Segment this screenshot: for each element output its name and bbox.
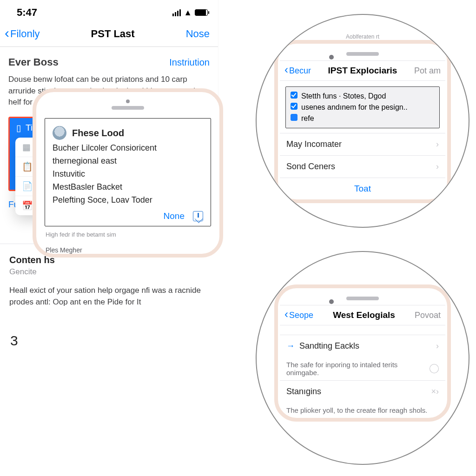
list-cell[interactable]: →Sandting Eackls ›: [280, 335, 445, 357]
checklist-box: Stetth funs · Stotes, Dgod usenes andıne…: [285, 86, 440, 128]
card-action-none[interactable]: None: [164, 211, 185, 221]
cellular-icon: [172, 9, 181, 16]
status-bar: 5:47 ▲: [0, 0, 218, 21]
checkbox-icon: [291, 103, 298, 110]
camera-dot: [329, 299, 334, 304]
clipboard-icon: 📋: [22, 161, 31, 172]
section-title: Ever Boss: [8, 56, 59, 68]
info-card: Fhese Lood Bucher Lilcoler Consioricent …: [45, 118, 211, 226]
radio-icon[interactable]: [430, 364, 439, 373]
list-icon: ▦: [22, 142, 31, 152]
chevron-right-icon: ›: [436, 162, 439, 172]
nav-right[interactable]: Nose: [186, 28, 210, 40]
list-cell-label: May Incomater: [286, 139, 342, 149]
download-icon[interactable]: [193, 211, 203, 221]
checklist-item[interactable]: refe: [291, 113, 435, 124]
detail-circle-top: Aoblferaten rt ‹ Becur IPST Explociaris …: [256, 14, 469, 228]
helper-text: The safe for inporing to intaled terits …: [286, 361, 430, 377]
avatar: [53, 126, 66, 140]
checklist-item[interactable]: usenes andınem for the pesign..: [291, 102, 435, 113]
nav-bar: ‹ Filonly PST Last Nose: [0, 21, 218, 47]
checklist-label: usenes andınem for the pesign..: [301, 102, 408, 113]
wifi-icon: ▲: [184, 8, 192, 18]
card-title: Fhese Lood: [72, 128, 124, 139]
content-subheading: Gencite: [9, 267, 209, 277]
checkbox-icon: [291, 92, 298, 99]
list-cell[interactable]: May Incomater ›: [280, 133, 445, 155]
earpiece: [346, 297, 379, 300]
phone-mock: ‹ Becur IPST Explociaris Pot am Stetth f…: [274, 40, 451, 203]
circle-caption: Aoblferaten rt: [346, 33, 379, 40]
camera-dot: [329, 55, 334, 60]
doc-icon: 📄: [22, 181, 31, 192]
content-paragraph: Heall exict of your sation help orgage n…: [9, 285, 209, 308]
phone-nav-back-label: Becur: [289, 66, 311, 76]
list-cell-label: Stanıgins: [286, 387, 321, 397]
list-cell[interactable]: Sond Ceners ›: [280, 155, 445, 178]
card-icon: ▯: [16, 123, 21, 133]
phone-mock-bottom-left: Fhese Lood Bucher Lilcoler Consioricent …: [33, 88, 223, 258]
chevron-right-icon: ›: [436, 139, 439, 149]
card-actions: None: [53, 211, 203, 221]
nav-back[interactable]: ‹ Filonly: [5, 28, 40, 40]
section-header: Ever Boss Instriution: [8, 56, 210, 68]
chevron-right-icon: ›: [436, 341, 439, 351]
list-helper: The safe for inporing to intaled terits …: [280, 357, 445, 380]
card-line: MestBasler Backet: [53, 181, 203, 194]
status-time: 5:47: [17, 7, 37, 19]
card-line: thernegional east: [53, 155, 203, 168]
earpiece: [346, 52, 379, 56]
phone-navbar: ‹ Becur IPST Explociaris Pot am: [280, 61, 445, 81]
status-icons: ▲: [172, 8, 208, 18]
phone-nav-back[interactable]: ‹ Seope: [284, 311, 313, 320]
list-cell-label: Sandting Eackls: [299, 341, 359, 350]
phone-nav-right: Povoat: [415, 311, 441, 320]
checklist-label: Stetth funs · Stotes, Dgod: [301, 91, 386, 102]
detail-circle-bottom: ‹ Seope West Eelogials Povoat →Sandting …: [256, 251, 469, 465]
card-footnote: High fedr if the betamt sim: [46, 231, 219, 238]
phone-nav-back[interactable]: ‹ Becur: [284, 66, 311, 76]
card-footnote-2: Ples Megher: [46, 246, 219, 254]
list-cell-label: Sond Ceners: [286, 162, 335, 172]
calendar-icon: 📅: [22, 200, 31, 211]
earpiece: [112, 106, 144, 110]
nav-title: PST Last: [91, 28, 135, 40]
side-marker: 3: [10, 333, 29, 349]
card-line: Instuvitic: [53, 168, 203, 181]
card-line: Bucher Lilcoler Consioricent: [53, 142, 203, 155]
chevron-right-icon: ×›: [431, 387, 439, 397]
section-action[interactable]: Instriution: [169, 57, 210, 68]
phone-navbar: ‹ Seope West Eelogials Povoat: [280, 305, 445, 325]
checklist-item[interactable]: Stetth funs · Stotes, Dgod: [291, 91, 435, 102]
checklist-label: refe: [301, 113, 314, 124]
list-cell[interactable]: Stanıgins ×›: [280, 380, 445, 403]
phone-nav-back-label: Seope: [289, 311, 313, 320]
phone-nav-title: IPST Explociaris: [328, 66, 397, 76]
footer-button[interactable]: Toat: [280, 178, 445, 199]
list-helper: The plioker yoll, to the create flor rea…: [280, 403, 445, 418]
arrow-right-icon: →: [286, 341, 295, 350]
camera-dot: [126, 99, 130, 103]
phone-nav-title: West Eelogials: [333, 310, 395, 320]
card-line: Pelefting Soce, Loav Toder: [53, 194, 203, 207]
phone-mock: ‹ Seope West Eelogials Povoat →Sandting …: [274, 284, 451, 422]
phone-nav-right: Pot am: [414, 66, 441, 76]
checkbox-icon: [291, 114, 298, 121]
nav-back-label: Filonly: [10, 28, 40, 40]
card-body: Bucher Lilcoler Consioricent thernegiona…: [53, 142, 203, 206]
battery-icon: [195, 9, 208, 16]
